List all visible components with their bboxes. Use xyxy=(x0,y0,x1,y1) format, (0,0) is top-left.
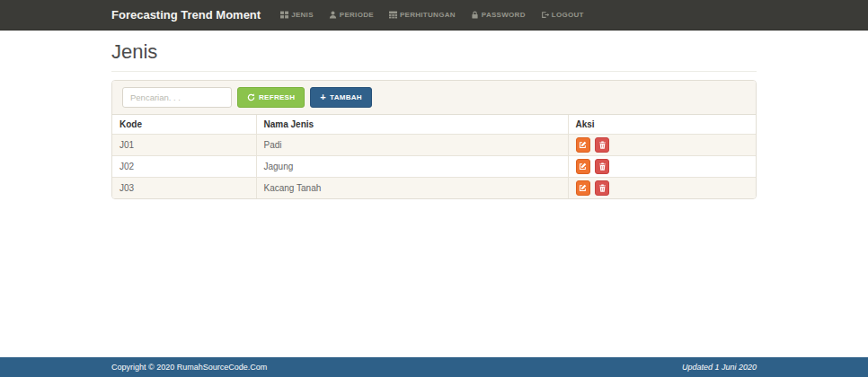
col-header-kode: Kode xyxy=(112,115,256,135)
search-input[interactable] xyxy=(122,87,232,108)
lock-icon xyxy=(471,11,479,19)
nav-item-label: PERIODE xyxy=(340,11,374,19)
plus-icon: + xyxy=(320,92,326,102)
delete-button[interactable] xyxy=(595,180,609,196)
table-icon xyxy=(389,11,397,19)
refresh-button[interactable]: REFRESH xyxy=(237,87,305,108)
table-row: J01 Padi xyxy=(112,135,756,156)
nav-item-logout[interactable]: LOGOUT xyxy=(541,11,584,19)
main-content: Jenis REFRESH + TAMBAH xyxy=(111,40,757,199)
edit-button[interactable] xyxy=(576,159,590,174)
app-window: Forecasting Trend Moment JENIS PERIODE xyxy=(0,0,868,377)
jenis-panel: REFRESH + TAMBAH Kode Nama Jenis Aksi xyxy=(111,80,757,199)
edit-icon xyxy=(579,162,587,171)
nav-item-label: PASSWORD xyxy=(482,11,526,19)
trash-icon xyxy=(598,141,607,149)
delete-button[interactable] xyxy=(595,159,609,174)
cell-aksi xyxy=(568,135,756,156)
nav-menu: JENIS PERIODE PERHITUNGAN xyxy=(280,11,599,19)
panel-toolbar: REFRESH + TAMBAH xyxy=(112,81,756,115)
nav-item-jenis[interactable]: JENIS xyxy=(280,11,314,19)
cell-aksi xyxy=(568,156,756,178)
nav-item-perhitungan[interactable]: PERHITUNGAN xyxy=(389,11,456,19)
cell-nama: Jagung xyxy=(256,156,568,178)
cell-kode: J02 xyxy=(112,156,256,178)
footer-copyright: Copyright © 2020 RumahSourceCode.Com xyxy=(111,363,267,372)
trash-icon xyxy=(598,184,607,192)
tambah-button-label: TAMBAH xyxy=(330,93,362,101)
edit-icon xyxy=(579,141,587,149)
top-navbar: Forecasting Trend Moment JENIS PERIODE xyxy=(0,0,868,31)
cell-nama: Kacang Tanah xyxy=(256,178,568,199)
cell-nama: Padi xyxy=(256,135,568,156)
trash-icon xyxy=(598,162,607,171)
page-title: Jenis xyxy=(111,40,757,72)
table-header-row: Kode Nama Jenis Aksi xyxy=(112,115,756,135)
cell-kode: J01 xyxy=(112,135,256,156)
edit-button[interactable] xyxy=(576,180,590,196)
edit-button[interactable] xyxy=(576,137,590,153)
delete-button[interactable] xyxy=(595,137,609,153)
tambah-button[interactable]: + TAMBAH xyxy=(310,87,372,108)
page-footer: Copyright © 2020 RumahSourceCode.Com Upd… xyxy=(0,357,868,377)
cell-aksi xyxy=(568,178,756,199)
nav-item-password[interactable]: PASSWORD xyxy=(471,11,526,19)
nav-item-label: LOGOUT xyxy=(552,11,584,19)
edit-icon xyxy=(579,184,587,192)
table-row: J02 Jagung xyxy=(112,156,756,178)
user-icon xyxy=(329,11,337,19)
jenis-table: Kode Nama Jenis Aksi J01 Padi xyxy=(112,115,756,198)
th-large-icon xyxy=(280,11,288,19)
logout-icon xyxy=(541,11,549,19)
cell-kode: J03 xyxy=(112,178,256,199)
col-header-nama-jenis: Nama Jenis xyxy=(256,115,568,135)
nav-item-label: JENIS xyxy=(291,11,314,19)
brand-title[interactable]: Forecasting Trend Moment xyxy=(111,8,261,22)
refresh-button-label: REFRESH xyxy=(259,93,295,101)
refresh-icon xyxy=(247,93,255,101)
nav-item-periode[interactable]: PERIODE xyxy=(329,11,374,19)
col-header-aksi: Aksi xyxy=(568,115,756,135)
footer-updated: Updated 1 Juni 2020 xyxy=(682,363,757,372)
nav-item-label: PERHITUNGAN xyxy=(400,11,456,19)
table-row: J03 Kacang Tanah xyxy=(112,178,756,199)
